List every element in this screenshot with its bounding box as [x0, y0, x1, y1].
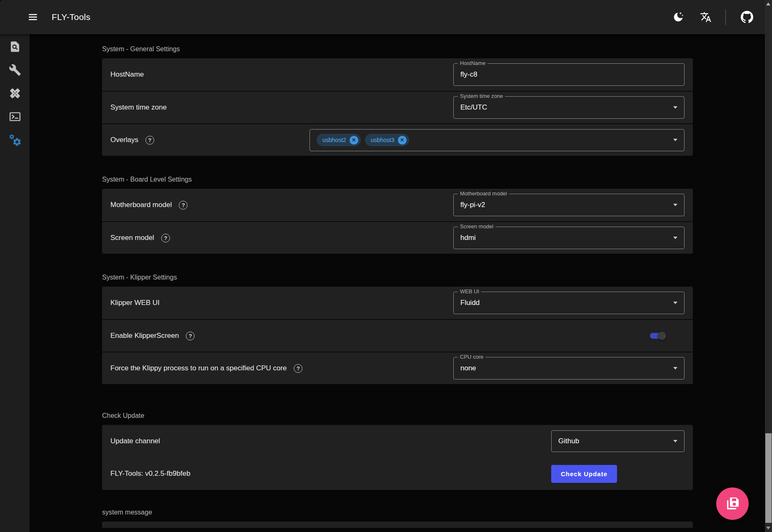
card-system-message: [102, 522, 693, 528]
settings-content: System - General Settings HostName HostN…: [30, 34, 765, 532]
overlay-chips: usbhost2 ✕ usbhost3 ✕: [317, 134, 413, 146]
chip-label: usbhost2: [322, 137, 346, 143]
screen-model-help-icon[interactable]: ?: [161, 234, 170, 242]
row-motherboard: Motherboard model ? Motherboard model fl…: [102, 189, 693, 221]
hostname-field[interactable]: HostName: [453, 63, 685, 86]
klipperscreen-label: Enable KlipperScreen: [110, 332, 179, 340]
web-ui-field-label: WEB UI: [458, 289, 481, 295]
card-general-settings: HostName HostName System time zone Syste…: [102, 58, 693, 156]
app-bar: FLY-Tools: [0, 0, 765, 34]
vertical-scrollbar: [765, 0, 772, 532]
row-web-ui: Klipper WEB UI WEB UI Fluidd: [102, 287, 693, 319]
row-klipperscreen: Enable KlipperScreen ?: [102, 319, 693, 352]
check-update-button[interactable]: Check Update: [551, 465, 617, 483]
sidebar-item-patch[interactable]: [8, 86, 22, 100]
chevron-down-icon: [673, 106, 677, 109]
cpu-core-help-icon[interactable]: ?: [294, 364, 302, 373]
gears-icon: [8, 133, 22, 147]
terminal-icon: [9, 110, 21, 123]
chevron-down-icon: [673, 204, 677, 206]
translate-button[interactable]: [700, 11, 712, 23]
web-ui-label: Klipper WEB UI: [110, 299, 160, 307]
scroll-down-arrow-icon[interactable]: [766, 527, 770, 530]
chevron-down-icon: [673, 440, 677, 442]
motherboard-field-label: Motherboard model: [458, 191, 509, 197]
timezone-label: System time zone: [110, 103, 167, 112]
section-title-check-update: Check Update: [102, 412, 693, 420]
wrench-icon: [9, 64, 21, 76]
scroll-up-arrow-icon[interactable]: [766, 2, 770, 5]
row-version: FLY-Tools: v0.2.5-fb9bfeb Check Update: [102, 457, 693, 490]
sidebar-item-tools[interactable]: [8, 63, 22, 77]
update-channel-label: Update channel: [110, 437, 160, 445]
update-channel-column: Github: [551, 430, 685, 452]
motherboard-help-icon[interactable]: ?: [179, 201, 187, 210]
card-board-settings: Motherboard model ? Motherboard model fl…: [102, 189, 693, 254]
update-channel-value: Github: [558, 437, 677, 445]
github-link-button[interactable]: [741, 11, 753, 23]
scrollbar-thumb[interactable]: [765, 433, 772, 523]
chip-label: usbhost3: [371, 137, 395, 143]
save-all-fab[interactable]: [716, 487, 749, 520]
chevron-down-icon: [673, 302, 677, 304]
fly-tools-page: FLY-Tools: [0, 0, 772, 532]
check-update-column: Check Update: [551, 465, 685, 483]
file-search-icon: [9, 40, 21, 53]
dark-mode-toggle-button[interactable]: [672, 11, 685, 23]
cpu-core-field-label: CPU core: [458, 354, 485, 360]
healing-icon: [9, 87, 21, 100]
chevron-down-icon: [673, 237, 677, 239]
timezone-select[interactable]: System time zone Etc/UTC: [453, 96, 685, 119]
cpu-core-select[interactable]: CPU core none: [453, 357, 685, 380]
chevron-down-icon: [673, 139, 677, 141]
row-screen-model: Screen model ? Screen model hdmi: [102, 221, 693, 254]
motherboard-select[interactable]: Motherboard model fly-pi-v2: [453, 194, 685, 216]
row-cpu-core: Force the Klippy process to run on a spe…: [102, 352, 693, 384]
hostname-input[interactable]: [460, 70, 677, 79]
screen-model-label: Screen model: [110, 234, 154, 242]
overlay-chip-usbhost3[interactable]: usbhost3 ✕: [365, 134, 409, 146]
screen-model-field-label: Screen model: [458, 224, 495, 230]
section-title-klipper: System - Klipper Settings: [102, 273, 693, 281]
app-title: FLY-Tools: [52, 12, 90, 22]
klipperscreen-toggle[interactable]: [650, 333, 665, 339]
moon-stars-icon: [672, 11, 684, 23]
sidebar-item-settings-active[interactable]: [8, 133, 22, 147]
timezone-value: Etc/UTC: [460, 103, 677, 112]
overlays-label: Overlays: [110, 136, 138, 144]
row-hostname: HostName HostName: [102, 58, 693, 91]
chip-close-icon[interactable]: ✕: [350, 136, 358, 145]
chip-close-icon[interactable]: ✕: [398, 136, 407, 145]
sidebar-item-terminal[interactable]: [8, 110, 22, 124]
overlays-select[interactable]: usbhost2 ✕ usbhost3 ✕: [310, 129, 685, 151]
row-overlays: Overlays ? usbhost2 ✕ usbhost3 ✕: [102, 123, 693, 156]
save-all-icon: [725, 496, 740, 511]
hamburger-menu-button[interactable]: [27, 11, 39, 23]
section-title-general: System - General Settings: [102, 45, 693, 53]
cpu-core-value: none: [460, 364, 677, 372]
appbar-divider: [725, 9, 726, 25]
timezone-field-label: System time zone: [458, 93, 505, 99]
overlay-chip-usbhost2[interactable]: usbhost2 ✕: [317, 134, 361, 146]
klipperscreen-help-icon[interactable]: ?: [186, 332, 195, 340]
screen-model-select[interactable]: Screen model hdmi: [453, 227, 685, 249]
hostname-label: HostName: [110, 70, 144, 79]
motherboard-value: fly-pi-v2: [460, 201, 677, 209]
hamburger-icon: [27, 12, 38, 22]
motherboard-label: Motherboard model: [110, 201, 172, 209]
chevron-down-icon: [673, 367, 677, 370]
translate-icon: [700, 11, 712, 23]
update-channel-select[interactable]: Github: [551, 430, 685, 452]
overlays-help-icon[interactable]: ?: [145, 136, 154, 145]
version-text: FLY-Tools: v0.2.5-fb9bfeb: [110, 470, 190, 478]
card-klipper-settings: Klipper WEB UI WEB UI Fluidd Enable Klip…: [102, 287, 693, 384]
cpu-core-label: Force the Klippy process to run on a spe…: [110, 364, 287, 372]
web-ui-select[interactable]: WEB UI Fluidd: [453, 292, 685, 314]
screen-model-value: hdmi: [460, 234, 677, 242]
toggle-thumb: [658, 332, 666, 340]
sidebar-item-file-check[interactable]: [8, 40, 22, 54]
section-title-board: System - Board Level Settings: [102, 175, 693, 183]
card-check-update: Update channel Github FLY-Tools: v0.2.5-…: [102, 425, 693, 490]
section-title-system-message: system message: [102, 508, 693, 516]
row-timezone: System time zone System time zone Etc/UT…: [102, 91, 693, 123]
